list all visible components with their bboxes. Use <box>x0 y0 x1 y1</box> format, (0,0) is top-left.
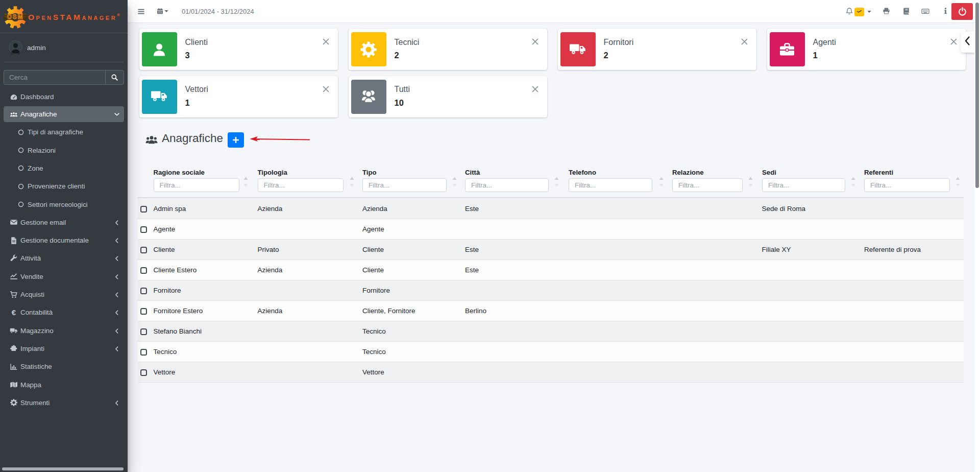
svg-text:€: € <box>12 309 16 317</box>
svg-text:OSM: OSM <box>7 13 24 20</box>
